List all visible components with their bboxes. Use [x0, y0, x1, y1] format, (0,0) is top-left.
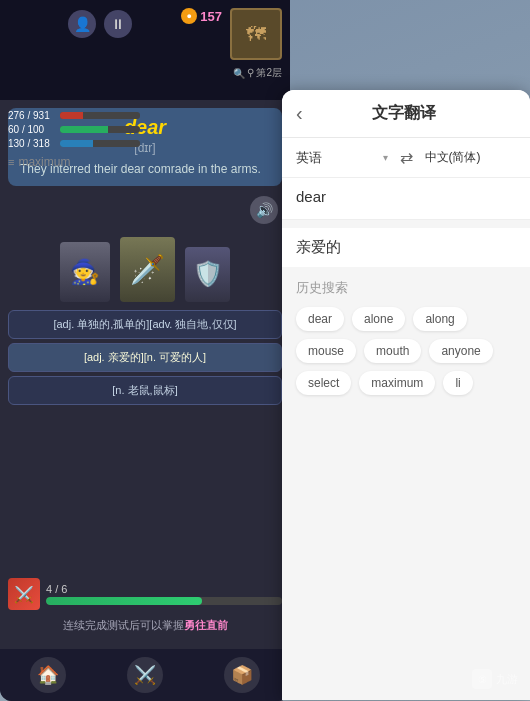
- nav-home[interactable]: 🏠: [30, 657, 66, 693]
- stat-hp: 276 / 931: [8, 110, 140, 121]
- translate-title: 文字翻译: [313, 103, 496, 124]
- input-word: dear: [296, 188, 516, 205]
- coin-display: ● 157: [181, 8, 222, 24]
- history-section: 历史搜索 dearalonealongmousemouthanyoneselec…: [282, 267, 530, 403]
- progress-count: 4 / 6: [46, 583, 282, 595]
- history-tag[interactable]: maximum: [359, 371, 435, 395]
- swap-btn[interactable]: ⇄: [396, 148, 417, 167]
- level-icon: ⚔️: [8, 578, 40, 610]
- history-tag[interactable]: anyone: [429, 339, 492, 363]
- char-sprite-2: 🗡️: [120, 237, 175, 302]
- input-area[interactable]: dear: [282, 178, 530, 220]
- sound-btn[interactable]: 🔊: [250, 196, 278, 224]
- history-tags: dearalonealongmousemouthanyoneselectmaxi…: [296, 307, 516, 395]
- watermark-text: 九游: [496, 672, 518, 687]
- history-tag[interactable]: mouse: [296, 339, 356, 363]
- history-tag[interactable]: li: [443, 371, 472, 395]
- char-sprite-1: 🧙: [60, 242, 110, 302]
- options-list: [adj. 单独的,孤单的][adv. 独自地,仅仅] [adj. 亲爱的][n…: [0, 310, 290, 405]
- char-sprite-3: 🛡️: [185, 247, 230, 302]
- option-0[interactable]: [adj. 单独的,孤单的][adv. 独自地,仅仅]: [8, 310, 282, 339]
- history-tag[interactable]: alone: [352, 307, 405, 331]
- maximum-label: ≡ maximum: [8, 155, 70, 169]
- stat-xp-value: 130 / 318: [8, 138, 56, 149]
- game-nav-bar: 🏠 ⚔️ 📦: [0, 649, 290, 701]
- coin-value: 157: [200, 9, 222, 24]
- stat-hp-value: 276 / 931: [8, 110, 56, 121]
- game-characters: 🧙 🗡️ 🛡️: [0, 226, 290, 306]
- from-lang-arrow: ▾: [383, 152, 388, 163]
- progress-bar-fill: [46, 597, 202, 605]
- back-btn[interactable]: ‹: [296, 102, 303, 125]
- watermark-icon: ⑤: [472, 669, 492, 689]
- translate-header: ‹ 文字翻译: [282, 90, 530, 138]
- from-lang-select[interactable]: 英语 ▾: [296, 149, 388, 167]
- progress-info: 4 / 6: [46, 583, 282, 605]
- stat-xp: 130 / 318: [8, 138, 140, 149]
- watermark: ⑤ 九游: [472, 669, 518, 689]
- lang-row: 英语 ▾ ⇄ 中文(简体): [282, 138, 530, 178]
- game-panel: ● 157 🗺 🔍 ⚲ 第2层 👤 ⏸ 276 / 931 60 / 100: [0, 0, 290, 701]
- history-tag[interactable]: dear: [296, 307, 344, 331]
- progress-section: ⚔️ 4 / 6 连续完成测试后可以掌握勇往直前: [0, 574, 290, 641]
- stat-mp-value: 60 / 100: [8, 124, 56, 135]
- bottom-hint: 连续完成测试后可以掌握勇往直前: [8, 614, 282, 637]
- nav-sword[interactable]: ⚔️: [127, 657, 163, 693]
- nav-chest[interactable]: 📦: [224, 657, 260, 693]
- map-thumbnail[interactable]: 🗺: [230, 8, 282, 60]
- coin-icon: ●: [181, 8, 197, 24]
- translate-panel: ‹ 文字翻译 英语 ▾ ⇄ 中文(简体) dear 亲爱的 历史搜索 deara…: [282, 90, 530, 700]
- history-title: 历史搜索: [296, 279, 516, 297]
- to-lang-select[interactable]: 中文(简体): [425, 149, 517, 166]
- avatar-btn[interactable]: 👤: [68, 10, 96, 38]
- result-word: 亲爱的: [296, 238, 516, 257]
- option-1[interactable]: [adj. 亲爱的][n. 可爱的人]: [8, 343, 282, 372]
- history-tag[interactable]: mouth: [364, 339, 421, 363]
- option-2[interactable]: [n. 老鼠,鼠标]: [8, 376, 282, 405]
- stat-mp: 60 / 100: [8, 124, 140, 135]
- floor-label: 🔍 ⚲ 第2层: [233, 66, 282, 80]
- history-tag[interactable]: along: [413, 307, 466, 331]
- result-area: 亲爱的: [282, 228, 530, 267]
- history-tag[interactable]: select: [296, 371, 351, 395]
- game-controls: 👤 ⏸: [68, 10, 132, 38]
- pause-btn[interactable]: ⏸: [104, 10, 132, 38]
- stats-area: 276 / 931 60 / 100 130 / 318: [8, 110, 140, 152]
